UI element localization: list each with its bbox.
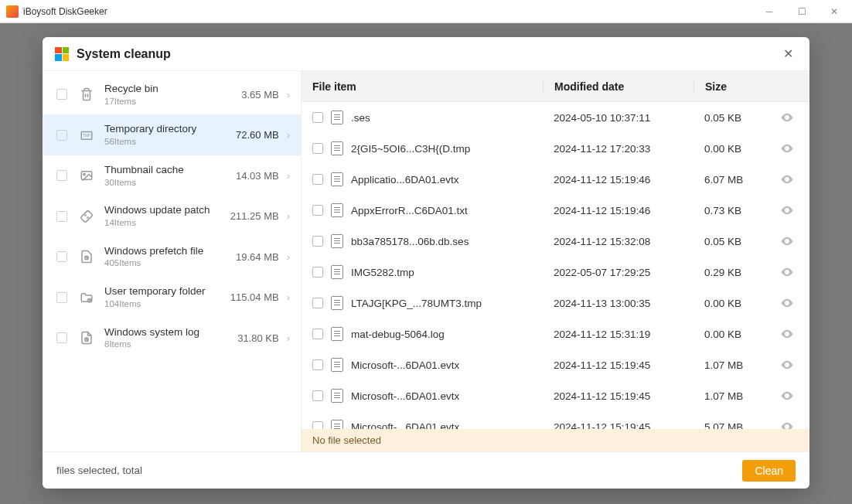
category-item[interactable]: Windows update patch14Items211.25 MB› (43, 196, 301, 236)
footer-summary: files selected, total (56, 465, 142, 476)
clean-button[interactable]: Clean (742, 460, 796, 482)
file-date: 2024-11-12 15:19:46 (543, 174, 694, 186)
preview-eye-icon[interactable] (780, 420, 794, 429)
file-checkbox[interactable] (312, 298, 323, 308)
file-row[interactable]: Microsoft-...6DA01.evtx2024-11-12 15:19:… (302, 380, 809, 411)
category-size: 14.03 MB (225, 170, 279, 182)
category-item[interactable]: TMPTemporary directory56Items72.60 MB› (43, 114, 301, 155)
preview-eye-icon[interactable] (780, 358, 794, 372)
category-checkbox[interactable] (56, 292, 67, 303)
window-minimize-button[interactable]: ─ (758, 2, 781, 21)
chevron-right-icon: › (287, 251, 290, 263)
category-count: 30Items (104, 177, 225, 189)
file-row[interactable]: LTAJG[KPG_...78UMT3.tmp2024-11-13 13:00:… (302, 288, 809, 318)
file-checkbox[interactable] (312, 267, 323, 278)
modal-header: System cleanup ✕ (43, 37, 809, 71)
category-count: 56Items (104, 136, 225, 148)
file-checkbox[interactable] (312, 205, 323, 216)
modal-close-button[interactable]: ✕ (779, 45, 797, 63)
file-size: 5.07 MB (704, 421, 743, 430)
preview-eye-icon[interactable] (780, 141, 794, 155)
column-header-date[interactable]: Modified date (543, 80, 694, 93)
svg-point-15 (786, 271, 789, 274)
chevron-right-icon: › (287, 89, 290, 100)
category-item[interactable]: Recycle bin17Items3.65 MB› (43, 74, 301, 114)
category-checkbox[interactable] (56, 332, 67, 343)
preview-eye-icon[interactable] (780, 265, 794, 279)
file-row[interactable]: Microsoft-...6DA01.evtx2024-11-12 15:19:… (302, 349, 809, 380)
category-name: User temporary folder (104, 284, 225, 298)
windows-logo-icon (55, 47, 69, 61)
file-date: 2022-05-07 17:29:25 (543, 267, 694, 278)
file-row[interactable]: Applicatio...6DA01.evtx2024-11-12 15:19:… (302, 164, 809, 195)
file-checkbox[interactable] (312, 390, 323, 401)
file-row[interactable]: IMG5282.tmp2022-05-07 17:29:250.29 KB (302, 257, 809, 288)
category-item[interactable]: Thumbnail cache30Items14.03 MB› (43, 155, 301, 196)
file-size: 0.29 KB (704, 267, 741, 278)
file-row[interactable]: 2{GI5~5OI6...C3H{(D.tmp2024-11-12 17:20:… (302, 133, 809, 164)
file-size: 1.07 MB (704, 390, 743, 402)
file-date: 2024-11-12 15:19:45 (543, 390, 694, 402)
file-icon (331, 172, 343, 186)
category-count: 17Items (104, 96, 225, 107)
window-close-button[interactable]: ✕ (823, 2, 846, 21)
file-checkbox[interactable] (312, 143, 323, 154)
file-icon (331, 296, 343, 310)
file-row[interactable]: bb3a785178...06b.db.ses2024-11-12 15:32:… (302, 226, 809, 257)
file-row[interactable]: Microsoft-...6DA01.evtx2024-11-12 15:19:… (302, 411, 809, 429)
file-icon (331, 420, 343, 429)
category-size: 115.04 MB (225, 291, 279, 303)
file-checkbox[interactable] (312, 174, 323, 185)
modal-title: System cleanup (77, 47, 171, 61)
chevron-right-icon: › (287, 170, 290, 182)
category-checkbox[interactable] (56, 130, 67, 141)
category-item[interactable]: Windows system log8Items31.80 KB› (43, 318, 301, 358)
category-name: Windows system log (104, 325, 225, 339)
file-date: 2024-11-12 15:19:45 (543, 421, 694, 430)
preview-eye-icon[interactable] (780, 389, 794, 403)
column-header-file[interactable]: File item (302, 80, 543, 93)
category-count: 104Items (104, 298, 225, 310)
file-checkbox[interactable] (312, 329, 323, 339)
preview-eye-icon[interactable] (780, 203, 794, 217)
trash-icon (78, 86, 95, 103)
svg-point-20 (786, 426, 789, 428)
preview-eye-icon[interactable] (780, 327, 794, 341)
column-header-size[interactable]: Size (694, 80, 809, 93)
category-name: Thumbnail cache (104, 163, 225, 177)
file-checkbox[interactable] (312, 112, 323, 123)
file-name: bb3a785178...06b.db.ses (351, 236, 469, 247)
file-icon (331, 358, 343, 372)
file-checkbox[interactable] (312, 359, 323, 370)
svg-point-3 (83, 174, 85, 175)
file-name: Microsoft-...6DA01.evtx (351, 390, 459, 402)
app-title: iBoysoft DiskGeeker (23, 6, 107, 17)
category-count: 8Items (104, 339, 225, 350)
category-checkbox[interactable] (56, 170, 67, 181)
category-checkbox[interactable] (56, 251, 67, 262)
preview-eye-icon[interactable] (780, 172, 794, 186)
chevron-right-icon: › (287, 210, 290, 222)
file-table-header: File item Modified date Size (302, 71, 809, 102)
preview-eye-icon[interactable] (780, 296, 794, 310)
svg-point-17 (786, 333, 789, 335)
preview-eye-icon[interactable] (780, 234, 794, 248)
category-item[interactable]: User temporary folder104Items115.04 MB› (43, 277, 301, 317)
file-checkbox[interactable] (312, 421, 323, 429)
preview-eye-icon[interactable] (780, 111, 794, 124)
file-name: .ses (351, 112, 370, 124)
file-name: Microsoft-...6DA01.evtx (351, 359, 459, 371)
file-size: 6.07 MB (704, 174, 743, 186)
category-checkbox[interactable] (56, 89, 67, 100)
category-checkbox[interactable] (56, 211, 67, 222)
file-row[interactable]: AppxErrorR...C6DA01.txt2024-11-12 15:19:… (302, 195, 809, 226)
file-row[interactable]: mat-debug-5064.log2024-11-12 15:31:190.0… (302, 318, 809, 349)
file-name: AppxErrorR...C6DA01.txt (351, 205, 468, 216)
file-checkbox[interactable] (312, 236, 323, 247)
file-name: mat-debug-5064.log (351, 329, 445, 340)
file-date: 2024-11-12 15:19:46 (543, 205, 694, 216)
file-row[interactable]: .ses2024-05-10 10:37:110.05 KB (302, 102, 809, 133)
category-item[interactable]: Windows prefetch file405Items19.64 MB› (43, 237, 301, 277)
file-size: 0.00 KB (704, 143, 741, 155)
window-maximize-button[interactable]: ☐ (790, 2, 813, 21)
